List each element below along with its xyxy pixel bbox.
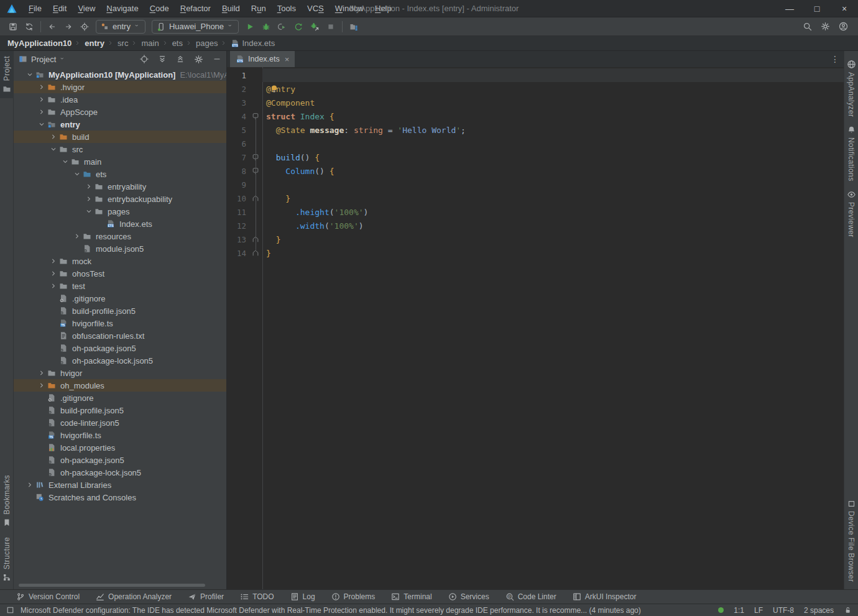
breadcrumb-item[interactable]: pages [195,39,219,48]
run-button[interactable] [242,19,258,34]
minimize-button[interactable]: — [776,0,803,17]
tree-item-code-linter-json5[interactable]: code-linter.json5 [14,416,226,429]
code-line-7[interactable]: 7 build() { [227,150,844,164]
chevron-right-icon[interactable] [48,256,58,266]
chevron-down-icon[interactable] [60,57,66,62]
chevron-right-icon[interactable] [37,368,47,378]
status-ok-dot[interactable] [718,607,724,613]
bottom-tool-todo[interactable]: TODO [240,592,274,601]
menu-code[interactable]: Code [144,0,175,17]
menu-view[interactable]: View [72,0,101,17]
tree-item-local-properties[interactable]: local.properties [14,441,226,454]
tree-item-build-profile-json5[interactable]: build-profile.json5 [14,305,226,317]
tree-item-appscope[interactable]: AppScope [14,106,226,118]
bottom-tool-version-control[interactable]: Version Control [16,592,80,601]
tree-item-module-json5[interactable]: module.json5 [14,242,226,255]
bottom-tool-code-linter[interactable]: @Code Linter [505,592,556,601]
tree-item-hvigorfile-ts[interactable]: TShvigorfile.ts [14,429,226,441]
tree-item-test[interactable]: test [14,280,226,292]
back-button[interactable] [44,19,60,34]
code-line-14[interactable]: 14} [227,246,844,260]
bottom-tool-terminal[interactable]: Terminal [391,592,431,601]
chevron-down-icon[interactable] [37,119,47,129]
tree-item-oh-package-lock-json5[interactable]: oh-package-lock.json5 [14,354,226,367]
menu-vcs[interactable]: VCS [302,0,330,17]
status-message[interactable]: Microsoft Defender configuration: The ID… [21,606,641,615]
chevron-down-icon[interactable] [48,144,58,154]
sync-button[interactable] [21,19,37,34]
tree-item-resources[interactable]: resources [14,230,226,242]
code-line-3[interactable]: 3@Component [227,96,844,109]
chevron-down-icon[interactable] [72,169,82,179]
chevron-right-icon[interactable] [48,281,58,291]
code-line-9[interactable]: 9 [227,178,844,191]
chevron-right-icon[interactable] [37,380,47,390]
code-line-11[interactable]: 11 .height('100%') [227,205,844,219]
caret-position-widget[interactable]: 1:1 [734,606,744,615]
tree-item-gitignore[interactable]: .gitignore [14,392,226,404]
rerun-button[interactable] [290,19,307,34]
tree-item-index-ets[interactable]: ETSIndex.ets [14,218,226,230]
device-selector-dropdown[interactable]: Huawei_Phone [152,20,239,34]
save-all-button[interactable] [5,19,21,34]
code-line-12[interactable]: 12 .width('100%') [227,219,844,232]
tree-item-build-profile-json5[interactable]: build-profile.json5 [14,404,226,416]
settings-gear-icon[interactable] [821,22,830,31]
tree-item-main[interactable]: main [14,155,226,168]
horizontal-scrollbar[interactable] [19,584,205,587]
tree-item-entrybackupability[interactable]: entrybackupability [14,193,226,205]
tree-item-build[interactable]: build [14,131,226,143]
search-everywhere-icon[interactable] [803,22,812,31]
close-button[interactable]: × [831,0,858,17]
tree-item-myapplication10-myapplication[interactable]: MyApplication10 [MyApplication]E:\local1… [14,68,226,81]
stop-button[interactable] [323,19,339,34]
tree-item-entry[interactable]: entry [14,118,226,131]
tool-stripe-notifications[interactable]: Notifications [847,126,856,182]
panel-settings-gear-icon[interactable] [194,55,203,64]
hide-panel-icon[interactable] [213,55,221,63]
project-view-selector[interactable]: Project [31,55,56,64]
chevron-right-icon[interactable] [72,231,82,241]
account-avatar-icon[interactable] [839,22,848,31]
select-opened-file-icon[interactable] [140,55,149,63]
tool-stripe-structure[interactable]: Structure [2,532,11,587]
breadcrumb-item[interactable]: MyApplication10 [6,39,73,48]
breadcrumb-item[interactable]: ets [171,39,184,48]
tool-stripe-bookmarks[interactable]: Bookmarks [2,470,11,532]
chevron-right-icon[interactable] [48,269,58,278]
collapse-all-icon[interactable] [176,55,185,63]
breadcrumb-item[interactable]: src [116,39,129,48]
tree-item-idea[interactable]: .idea [14,93,226,106]
tool-stripe-previewer[interactable]: Previewer [847,190,856,237]
tree-item-oh-modules[interactable]: oh_modules [14,379,226,392]
chevron-right-icon[interactable] [25,480,35,490]
indent-widget[interactable]: 2 spaces [804,606,834,615]
bottom-tool-operation-analyzer[interactable]: Operation Analyzer [96,592,172,601]
tree-item-mock[interactable]: mock [14,255,226,267]
chevron-right-icon[interactable] [84,194,94,204]
tool-stripe-appanalyzer[interactable]: AppAnalyzer [847,60,856,117]
maximize-button[interactable]: □ [803,0,831,17]
code-line-10[interactable]: 10 } [227,191,844,205]
module-selector-dropdown[interactable]: entry [96,20,145,34]
code-line-2[interactable]: 2@Entry [227,82,844,96]
code-line-1[interactable]: 1 [227,68,844,82]
menu-refactor[interactable]: Refactor [175,0,216,17]
bottom-tool-profiler[interactable]: Profiler [188,592,224,601]
encoding-widget[interactable]: UTF-8 [773,606,794,615]
tab-index-ets[interactable]: ETS Index.ets × [230,51,295,67]
layout-toggle-icon[interactable] [6,606,14,614]
menu-tools[interactable]: Tools [272,0,302,17]
line-separator-widget[interactable]: LF [754,606,763,615]
lock-icon[interactable] [844,606,852,614]
breadcrumb-item[interactable]: ETSIndex.ets [229,39,276,48]
bottom-tool-log[interactable]: Log [290,592,315,601]
tab-options-icon[interactable]: ⋮ [826,51,844,67]
intention-bulb-icon[interactable] [270,85,279,93]
breadcrumb-item[interactable]: entry [83,39,106,48]
tree-item-oh-package-json5[interactable]: oh-package.json5 [14,342,226,354]
chevron-right-icon[interactable] [37,94,47,104]
tree-item-external-libraries[interactable]: External Libraries [14,479,226,491]
menu-build[interactable]: Build [216,0,246,17]
attach-profiler-button[interactable] [274,19,290,34]
